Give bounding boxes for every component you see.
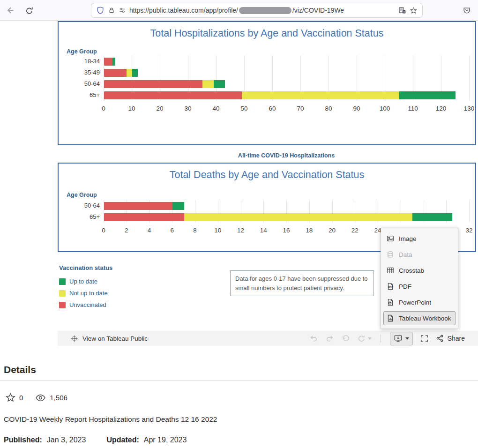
bar-segment-not-up-to-date[interactable]	[202, 80, 214, 88]
toolbar-divider	[381, 334, 381, 343]
favorites-stat[interactable]: 0	[6, 393, 23, 403]
bar-segment-unvaccinated[interactable]	[104, 202, 172, 210]
redo-icon	[325, 334, 334, 343]
published-label: Published:	[4, 436, 42, 444]
x-axis-title: All-time COVID-19 Hospitalizations	[104, 152, 469, 159]
menu-item-tableau-workbook[interactable]: Tableau Workbook	[383, 311, 456, 325]
legend-item[interactable]: Up to date	[59, 276, 112, 287]
plot-area: 010203040506070809010011012013018-3435-4…	[104, 56, 469, 119]
bar-segment-up-to-date[interactable]	[399, 91, 456, 99]
x-tick-label: 4	[140, 227, 159, 234]
x-tick-label: 8	[186, 227, 204, 234]
caret-down-icon	[368, 337, 372, 340]
bar-segment-not-up-to-date[interactable]	[184, 213, 413, 221]
bar-segment-up-to-date[interactable]	[132, 69, 138, 77]
bar-segment-unvaccinated[interactable]	[104, 69, 127, 77]
url-bar[interactable]: https://public.tableau.com/app/profile/ …	[91, 3, 422, 17]
x-tick-label: 10	[209, 227, 227, 234]
bar-segment-not-up-to-date[interactable]	[127, 69, 132, 77]
bar-segment-unvaccinated[interactable]	[104, 58, 112, 66]
image-icon	[387, 235, 394, 242]
x-tick-label: 60	[263, 105, 282, 112]
fullscreen-button[interactable]	[420, 334, 429, 343]
details-divider	[0, 381, 478, 381]
menu-item-image[interactable]: Image	[381, 231, 458, 246]
x-tick-label: 18	[300, 227, 319, 234]
reload-icon	[25, 6, 34, 15]
back-button[interactable]	[5, 5, 16, 16]
share-button[interactable]: Share	[436, 334, 465, 343]
pocket-icon	[463, 6, 471, 15]
legend-item[interactable]: Unvaccinated	[59, 299, 112, 311]
y-tick-label: 65+	[56, 91, 100, 98]
bar-segment-unvaccinated[interactable]	[104, 213, 184, 221]
bar-segment-up-to-date[interactable]	[172, 202, 184, 210]
legend-title: Vaccination status	[59, 264, 112, 271]
reset-button[interactable]	[341, 334, 350, 343]
caret-down-icon	[405, 337, 409, 340]
menu-item-pdf[interactable]: PDFPDF	[381, 278, 458, 294]
x-tick-label: 120	[432, 105, 450, 112]
bar-segment-up-to-date[interactable]	[112, 58, 115, 66]
undo-button[interactable]	[309, 334, 318, 343]
redacted-profile-name	[239, 7, 291, 14]
svg-text:8: 8	[403, 10, 405, 13]
redo-button[interactable]	[325, 334, 334, 343]
bar-segment-not-up-to-date[interactable]	[242, 91, 399, 99]
bookmark-star-icon[interactable]	[410, 7, 418, 15]
reset-icon	[341, 334, 350, 343]
share-icon	[436, 334, 444, 343]
lock-icon[interactable]	[108, 7, 115, 14]
bar-segment-unvaccinated[interactable]	[104, 80, 202, 88]
gridline	[469, 200, 470, 223]
legend-swatch	[59, 278, 66, 285]
menu-item-label: PowerPoint	[399, 299, 431, 306]
url-text: https://public.tableau.com/app/profile/ …	[129, 7, 344, 14]
publish-info-row: Published: Jan 3, 2023 Updated: Apr 19, …	[4, 436, 187, 444]
x-tick-label: 22	[345, 227, 364, 234]
published-date: Jan 3, 2023	[47, 436, 86, 444]
bar-segment-up-to-date[interactable]	[412, 213, 452, 221]
favorites-count: 0	[19, 394, 23, 402]
y-tick-label: 35-49	[56, 69, 100, 76]
view-on-tableau-public-button[interactable]: View on Tableau Public	[58, 335, 148, 343]
menu-item-powerpoint[interactable]: PowerPoint	[381, 294, 458, 310]
pocket-button[interactable]	[461, 5, 472, 16]
x-tick-label: 32	[460, 227, 478, 234]
gridline	[469, 56, 470, 101]
y-tick-label: 65+	[56, 213, 100, 220]
translate-icon[interactable]: 8	[398, 7, 406, 15]
hospitalizations-chart: Total Hospitalizations by Age and Vaccin…	[58, 21, 476, 145]
reload-button[interactable]	[23, 5, 35, 16]
legend-label: Not up to date	[69, 290, 108, 297]
x-tick-label: 6	[163, 227, 181, 234]
x-tick-label: 10	[122, 105, 141, 112]
y-tick-label: 18-34	[56, 58, 100, 65]
bar-row	[104, 80, 225, 88]
download-button[interactable]	[390, 332, 413, 345]
y-tick-label: 50-64	[56, 202, 100, 209]
url-suffix: /viz/COVID-19We	[292, 7, 344, 14]
tableau-logo-icon	[70, 335, 78, 343]
menu-item-crosstab[interactable]: Crosstab	[381, 262, 458, 278]
x-tick-label: 50	[235, 105, 254, 112]
x-tick-label: 16	[277, 227, 296, 234]
viz-description: COVID-19 Weekly Report Hospitalizations …	[4, 415, 217, 424]
legend-item[interactable]: Not up to date	[59, 287, 112, 299]
bar-segment-up-to-date[interactable]	[214, 80, 225, 88]
tracking-protection-shield-icon[interactable]	[96, 6, 105, 15]
updated-label: Updated:	[106, 436, 139, 444]
y-tick-label: 50-64	[56, 80, 100, 87]
x-tick-label: 2	[117, 227, 136, 234]
fullscreen-icon	[420, 334, 429, 343]
x-tick-label: 70	[291, 105, 310, 112]
pdf-icon: PDF	[387, 283, 394, 290]
updated-date: Apr 19, 2023	[144, 436, 187, 444]
refresh-button[interactable]	[357, 334, 372, 343]
vaccination-status-legend: Vaccination status Up to dateNot up to d…	[59, 264, 112, 311]
eye-icon	[35, 393, 46, 403]
bar-segment-unvaccinated[interactable]	[104, 91, 242, 99]
x-tick-label: 12	[232, 227, 250, 234]
note-text: Data for ages 0-17 have been suppressed …	[235, 275, 368, 291]
site-permissions-icon[interactable]	[119, 7, 126, 14]
